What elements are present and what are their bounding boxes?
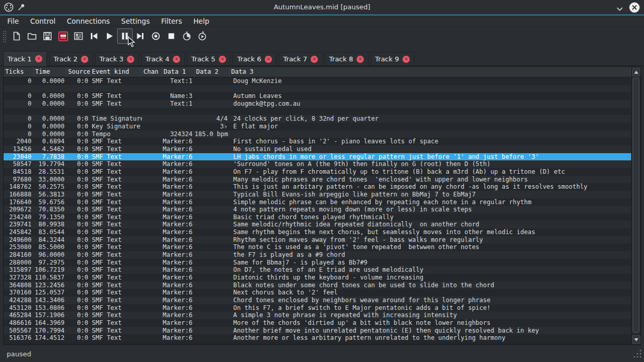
table-row[interactable]: 5854719.77940:0SMF TextMarker:6'Surround… [4, 160, 631, 168]
table-row[interactable]: 16688856.38130:0SMF TextMarker:6Typical … [4, 191, 631, 199]
table-row[interactable]: 453120153.08060:0SMF TextMarker:6On this… [4, 304, 631, 312]
menu-item-connections[interactable]: Connections [61, 16, 115, 26]
tab-track-3[interactable]: Track 3✕ [95, 52, 139, 65]
save-file-button[interactable] [40, 28, 55, 44]
tab-close-icon[interactable]: ✕ [265, 56, 272, 63]
cell [195, 259, 230, 267]
table-row[interactable]: 00.00000:0SMF TextName:3Autumn Leaves [4, 92, 631, 100]
cell: SMF Text [90, 160, 142, 168]
skip-backward-button[interactable] [86, 28, 102, 44]
table-row[interactable]: 17664059.67560:0SMF TextMarker:6Simple m… [4, 199, 631, 206]
table-row[interactable]: 230407.78380:0SMF TextMarker:6LH jabs ch… [4, 153, 631, 161]
table-row[interactable]: 23974180.99380:0SMF TextMarker:6Same mel… [4, 221, 631, 228]
table-row[interactable]: 465284157.19060:0SMF TextMarker:6A simpl… [4, 311, 631, 319]
table-row[interactable]: 00.00000:0SMF TextText:1Doug McKenzie [4, 77, 631, 85]
tab-track-5[interactable]: Track 5✕ [187, 52, 231, 65]
tab-close-icon[interactable]: ✕ [219, 56, 226, 63]
cell: 2040 [4, 138, 34, 145]
cell [142, 236, 162, 244]
table-row[interactable]: 23424079.13500:0SMF TextMarker:6Basic tr… [4, 213, 631, 221]
table-row[interactable]: 00.00000:0SMF TextText:1dougmck@tpg.com.… [4, 100, 631, 108]
table-row[interactable]: 20967270.83500:0SMF TextMarker:64 note p… [4, 206, 631, 213]
resize-grip[interactable] [632, 349, 642, 360]
tab-track-7[interactable]: Track 7✕ [279, 52, 323, 65]
tab-close-icon[interactable]: ✕ [173, 56, 180, 63]
menu-item-settings[interactable]: Settings [116, 16, 155, 26]
table-row[interactable]: 327328110.58370:0SMF TextMarker:6Diatoni… [4, 274, 631, 282]
table-row[interactable]: 486616164.39690:0SMF TextMarker:6More of… [4, 319, 631, 327]
column-header-source[interactable]: Source [67, 67, 90, 77]
table-row[interactable]: 00.00000:0Key Signature3♭E flat major [4, 123, 631, 130]
cell: SMF Text [90, 77, 142, 85]
tab-close-icon[interactable]: ✕ [311, 56, 318, 63]
table-row[interactable] [4, 108, 631, 116]
play-button[interactable] [102, 28, 117, 44]
cell: 23040 [4, 153, 34, 161]
open-file-button[interactable] [24, 28, 40, 44]
cell: 364808 [4, 282, 34, 289]
cell: 0:0 [67, 334, 90, 342]
table-row[interactable]: 00.00000:0Tempo324324185.0 bpm [4, 130, 631, 138]
column-header-data-2[interactable]: Data 2 [195, 67, 230, 77]
record-button[interactable] [148, 28, 164, 44]
scroll-up-button[interactable] [632, 68, 640, 76]
tab-track-9[interactable]: Track 9✕ [371, 52, 414, 65]
table-row[interactable]: 28416096.00000:0SMF TextMarker:6the F7 i… [4, 251, 631, 259]
column-header-chan[interactable]: Chan [142, 67, 162, 77]
cell [142, 251, 162, 259]
table-row[interactable]: 8451828.55310:0SMF TextMarker:6On F7 - p… [4, 168, 631, 176]
table-row[interactable]: 25308085.50000:0SMF TextMarker:6The note… [4, 243, 631, 251]
cell: This is just an arbitary pattern - can b… [230, 183, 631, 191]
event-log-button[interactable] [71, 28, 86, 44]
menu-item-file[interactable]: File [2, 16, 25, 26]
table-row[interactable]: 00.00000:0Time Signature4/424 clocks per… [4, 115, 631, 123]
column-header-data-3[interactable]: Data 3 [230, 67, 631, 77]
table-row[interactable]: 315897106.72190:0SMF TextMarker:6On D7, … [4, 266, 631, 274]
tab-close-icon[interactable]: ✕ [127, 56, 134, 63]
table-row[interactable]: 134564.54620:0SMF TextMarker:6No sustain… [4, 145, 631, 153]
scrollbar-thumb[interactable] [633, 78, 639, 333]
new-file-button[interactable] [9, 28, 24, 44]
tab-close-icon[interactable]: ✕ [357, 56, 364, 63]
timer-button[interactable] [179, 28, 195, 44]
tab-close-icon[interactable]: ✕ [403, 56, 410, 63]
table-row[interactable]: 20400.68940:0SMF TextMarker:6First choru… [4, 138, 631, 145]
tab-close-icon[interactable]: ✕ [35, 55, 42, 62]
table-row[interactable]: 370160125.05370:0SMF TextMarker:6Next ch… [4, 289, 631, 297]
menu-item-help[interactable]: Help [188, 16, 215, 26]
pause-button[interactable] [117, 28, 133, 44]
tab-close-icon[interactable]: ✕ [81, 56, 88, 63]
skip-forward-button[interactable] [133, 28, 148, 44]
table-row[interactable]: 28800097.29750:0SMF TextMarker:6Same for… [4, 259, 631, 267]
table-row[interactable]: 14876250.25750:0SMF TextMarker:6This is … [4, 183, 631, 191]
toolbar-grip-handle[interactable] [2, 30, 6, 42]
column-header-ticks[interactable]: Ticks [4, 67, 34, 77]
menu-item-control[interactable]: Control [25, 16, 61, 26]
tab-track-1[interactable]: Track 1✕ [3, 51, 47, 66]
stop-button[interactable] [164, 28, 179, 44]
vertical-scrollbar[interactable] [631, 67, 640, 344]
column-header-event-kind[interactable]: Event kind [90, 67, 142, 77]
table-row[interactable]: 516376174.45120:0SMF TextMarker:6Another… [4, 334, 631, 342]
close-remove-button[interactable] [55, 28, 71, 44]
table-row[interactable]: 364808123.24560:0SMF TextMarker:6Black n… [4, 282, 631, 289]
close-window-button[interactable] [629, 2, 640, 15]
cell [195, 311, 230, 319]
table-row[interactable]: 9768033.00000:0SMF TextMarker:6Many melo… [4, 176, 631, 184]
column-header-time[interactable]: Time [34, 67, 67, 77]
tab-track-8[interactable]: Track 8✕ [325, 52, 368, 65]
column-header-data-1[interactable]: Data 1 [162, 67, 195, 77]
cell: Typical Bill Evans-ish arpeggio like pat… [230, 191, 631, 199]
scroll-down-button[interactable] [632, 335, 640, 344]
tab-track-2[interactable]: Track 2✕ [49, 52, 93, 65]
timer-start-button[interactable] [195, 28, 210, 44]
shade-chevron-icon[interactable] [616, 4, 623, 14]
tab-track-6[interactable]: Track 6✕ [233, 52, 277, 65]
table-row[interactable]: 24960084.32440:0SMF TextMarker:6Rhythm s… [4, 236, 631, 244]
table-row[interactable]: 505567170.79940:0SMF TextMarker:6Another… [4, 327, 631, 335]
menu-item-filters[interactable]: Filters [155, 16, 187, 26]
table-row[interactable]: 24584283.05440:0SMF TextMarker:6Same rhy… [4, 228, 631, 236]
table-row[interactable] [4, 85, 631, 93]
table-row[interactable]: 424288143.34060:0SMF TextMarker:6Chord t… [4, 297, 631, 304]
tab-track-4[interactable]: Track 4✕ [141, 52, 185, 65]
